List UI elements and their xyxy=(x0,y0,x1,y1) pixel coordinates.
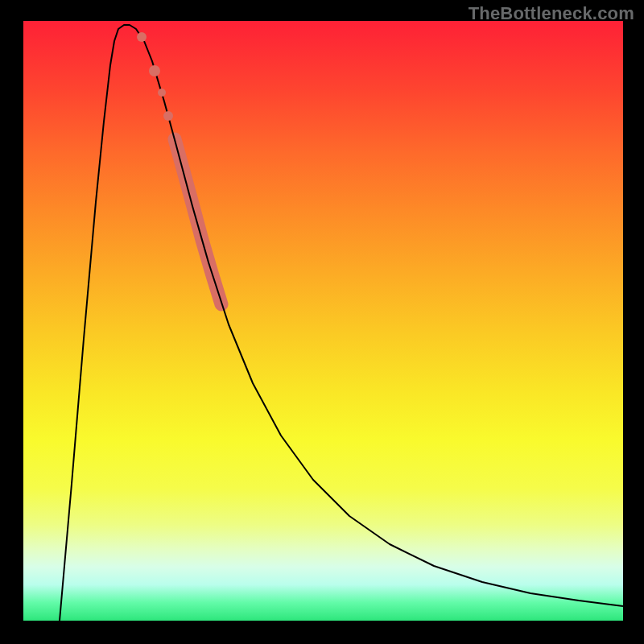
plot-area xyxy=(23,21,623,621)
dot-3 xyxy=(158,89,166,97)
chart-frame: TheBottleneck.com xyxy=(0,0,644,644)
chart-svg xyxy=(23,21,623,621)
dot-4 xyxy=(163,111,173,121)
dot-1 xyxy=(137,32,147,42)
bottleneck-curve xyxy=(60,25,623,621)
curve-layer xyxy=(60,25,623,621)
watermark-text: TheBottleneck.com xyxy=(469,3,634,24)
dot-2 xyxy=(149,65,160,76)
marker-layer xyxy=(137,32,173,121)
